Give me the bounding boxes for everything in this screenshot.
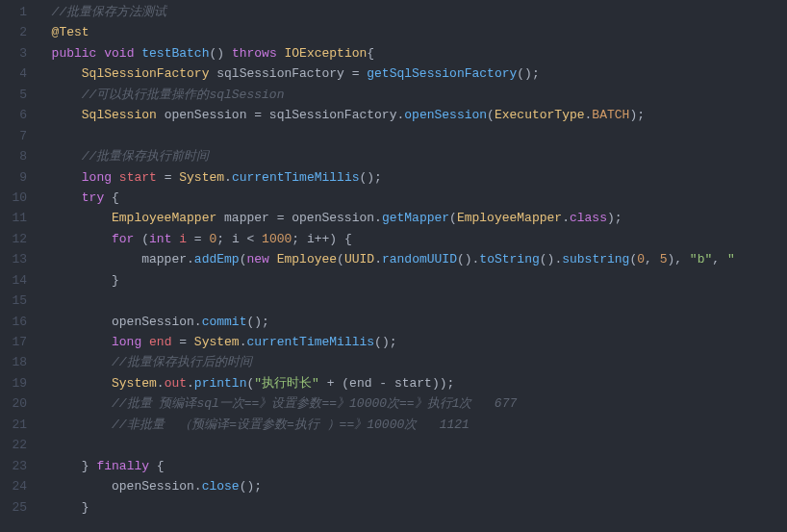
token (37, 108, 82, 122)
code-line[interactable]: //非批量 （预编译=设置参数=执行 ）==》10000次 1121 (37, 415, 787, 435)
code-line[interactable]: System.out.println("执行时长" + (end - start… (37, 373, 787, 393)
token: IOException (285, 46, 368, 61)
token: "b" (690, 252, 712, 266)
line-number: 10 (8, 188, 27, 208)
token: //批量保存执行后的时间 (112, 355, 252, 369)
token: ( (134, 232, 149, 246)
token (37, 335, 112, 349)
code-line[interactable] (37, 435, 787, 455)
token: void (104, 46, 134, 61)
token: (); (246, 315, 268, 329)
token: (); (360, 170, 382, 185)
line-number: 3 (8, 43, 27, 63)
code-line[interactable]: long start = System.currentTimeMillis(); (37, 167, 787, 188)
token (37, 129, 44, 143)
line-number: 7 (8, 126, 27, 146)
code-line[interactable]: public void testBatch() throws IOExcepti… (37, 43, 787, 63)
token: + (end - start)); (319, 376, 454, 391)
code-line[interactable]: long end = System.currentTimeMillis(); (37, 332, 787, 352)
token: , (712, 252, 727, 266)
code-line[interactable]: try { (37, 188, 787, 208)
token: ), (667, 252, 689, 266)
token: () (209, 46, 231, 61)
code-line[interactable]: SqlSessionFactory sqlSessionFactory = ge… (37, 63, 787, 84)
code-line[interactable]: @Test (37, 22, 787, 42)
token: addEmp (194, 252, 240, 266)
token (37, 396, 112, 411)
line-number: 15 (8, 291, 27, 311)
token: (); (517, 66, 539, 81)
token: { (367, 46, 374, 61)
token: ( (487, 108, 495, 122)
line-number: 1 (8, 2, 27, 22)
token: , (645, 252, 660, 266)
token: //批量 预编译sql一次==》设置参数==》10000次==》执行1次 677 (112, 396, 517, 411)
token: public (52, 46, 97, 61)
token: testBatch (141, 46, 209, 61)
code-editor[interactable]: 1234567891011121314151617181920212223242… (0, 0, 787, 532)
code-line[interactable]: openSession.close(); (37, 476, 787, 496)
token (37, 211, 112, 225)
code-area[interactable]: //批量保存方法测试 @Test public void testBatch()… (37, 0, 787, 532)
token: } (37, 500, 89, 515)
token (37, 25, 52, 39)
token: EmployeeMapper (112, 211, 216, 225)
code-line[interactable]: //可以执行批量操作的sqlSession (37, 85, 787, 105)
code-line[interactable]: //批量保存执行后的时间 (37, 352, 787, 372)
line-number: 6 (8, 105, 27, 125)
token: long (82, 170, 112, 185)
token: 1000 (262, 232, 292, 246)
token: //非批量 （预编译=设置参数=执行 ）==》10000次 1121 (112, 418, 470, 432)
token: currentTimeMillis (246, 335, 374, 349)
code-line[interactable] (37, 126, 787, 146)
line-number: 20 (8, 393, 27, 414)
code-line[interactable]: EmployeeMapper mapper = openSession.getM… (37, 208, 787, 228)
token (269, 252, 277, 266)
token: @Test (52, 25, 89, 39)
code-line[interactable]: } (37, 270, 787, 291)
token: long (112, 335, 141, 349)
token: openSession (404, 108, 487, 122)
token (37, 149, 82, 164)
token: commit (202, 315, 247, 329)
token (37, 170, 82, 185)
code-line[interactable]: //批量 预编译sql一次==》设置参数==》10000次==》执行1次 677 (37, 393, 787, 414)
token: mapper. (37, 252, 194, 266)
code-line[interactable] (37, 291, 787, 311)
token: = (171, 335, 193, 349)
token: i (179, 232, 187, 246)
code-line[interactable]: for (int i = 0; i < 1000; i++) { (37, 229, 787, 249)
token: end (149, 335, 171, 349)
token: "执行时长" (254, 376, 319, 391)
token: (); (374, 335, 396, 349)
line-number: 8 (8, 146, 27, 166)
token: getSqlSessionFactory (367, 66, 517, 81)
line-number-gutter: 1234567891011121314151617181920212223242… (0, 0, 37, 532)
token: currentTimeMillis (232, 170, 360, 185)
token: start (119, 170, 157, 185)
token: SqlSession (82, 108, 157, 122)
code-line[interactable]: openSession.commit(); (37, 312, 787, 332)
token: out (165, 376, 187, 391)
line-number: 17 (8, 332, 27, 352)
token: try (82, 190, 104, 205)
token: toString (479, 252, 539, 266)
token (37, 418, 112, 432)
line-number: 13 (8, 249, 27, 269)
code-line[interactable]: mapper.addEmp(new Employee(UUID.randomUU… (37, 249, 787, 269)
code-line[interactable]: //批量保存执行前时间 (37, 146, 787, 166)
line-number: 25 (8, 497, 27, 518)
line-number: 22 (8, 435, 27, 455)
code-line[interactable]: } (37, 497, 787, 518)
token: (); (240, 479, 262, 494)
code-line[interactable]: //批量保存方法测试 (37, 2, 787, 22)
token: (). (457, 252, 479, 266)
token: . (224, 170, 232, 185)
code-line[interactable]: SqlSession openSession = sqlSessionFacto… (37, 105, 787, 125)
token (277, 46, 285, 61)
token: = (187, 232, 209, 246)
line-number: 11 (8, 208, 27, 228)
code-line[interactable]: } finally { (37, 456, 787, 476)
line-number: 24 (8, 476, 27, 496)
token: Employee (277, 252, 337, 266)
